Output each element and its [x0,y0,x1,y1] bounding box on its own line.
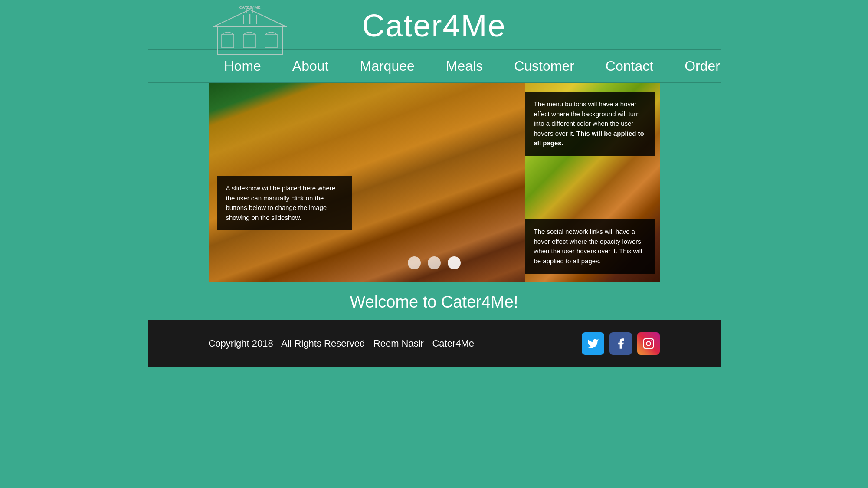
instagram-link[interactable] [637,332,660,355]
slideshow-description: A slideshow will be placed here where th… [217,176,352,230]
svg-rect-5 [265,35,277,48]
header: CATER4ME Cater4Me [148,0,721,49]
nav-order[interactable]: Order [669,50,736,82]
svg-point-13 [651,340,652,341]
svg-rect-0 [217,26,282,54]
nav-meals[interactable]: Meals [430,50,498,82]
slideshow-text: A slideshow will be placed here where th… [226,184,336,221]
instagram-icon [642,337,655,350]
twitter-link[interactable] [582,332,604,355]
logo-area: CATER4ME [209,4,291,58]
svg-text:CATER4ME: CATER4ME [239,5,260,10]
social-icons [582,332,660,355]
twitter-icon [587,337,599,350]
slideshow-dot-2[interactable] [428,256,441,269]
slideshow-dots [408,256,461,269]
facebook-link[interactable] [609,332,632,355]
svg-rect-4 [243,35,255,48]
svg-point-12 [646,341,650,345]
nav-contact[interactable]: Contact [590,50,669,82]
slideshow-container: The menu buttons will have a hover effec… [209,83,660,282]
svg-rect-11 [643,338,653,348]
svg-rect-3 [222,35,234,48]
facebook-icon [615,337,627,350]
slideshow-dot-1[interactable] [408,256,421,269]
nav-marquee[interactable]: Marquee [344,50,430,82]
social-hover-tooltip: The social network links will have a hov… [525,219,655,274]
welcome-text: Welcome to Cater4Me! [217,293,651,311]
site-title: Cater4Me [362,8,506,43]
welcome-section: Welcome to Cater4Me! [209,282,660,320]
main-content: The menu buttons will have a hover effec… [209,83,660,320]
logo-image: CATER4ME [209,4,291,56]
nav-customer[interactable]: Customer [498,50,590,82]
footer: Copyright 2018 - All Rights Reserved - R… [148,320,721,367]
slideshow-dot-3[interactable] [448,256,461,269]
hover-effect-tooltip: The menu buttons will have a hover effec… [525,92,655,156]
copyright-text: Copyright 2018 - All Rights Reserved - R… [209,338,475,349]
